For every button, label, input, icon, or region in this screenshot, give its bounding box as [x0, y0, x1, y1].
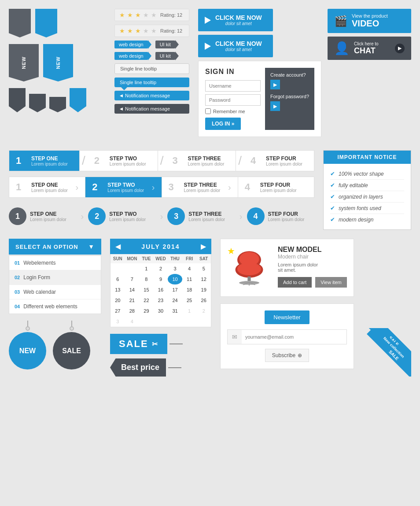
notice-item-4: ✔ system fonts used: [330, 203, 404, 214]
person-icon: 👤: [334, 41, 350, 55]
forgot-password-button[interactable]: ▶: [270, 101, 280, 111]
cal-day-19[interactable]: 19: [196, 284, 211, 295]
select-label: SELECT AN OPTION: [15, 244, 78, 250]
newsletter-title: Newsletter: [265, 310, 309, 324]
view-item-button[interactable]: View item: [315, 277, 346, 288]
notice-text-4: system fonts used: [339, 205, 381, 211]
cal-day-22[interactable]: 22: [139, 295, 154, 306]
drip-row: [9, 88, 106, 112]
cal-day-8[interactable]: 8: [139, 274, 154, 284]
chat-arrow-icon: ▶: [395, 44, 405, 53]
remember-checkbox[interactable]: [205, 108, 211, 114]
email-icon: ✉: [228, 330, 242, 344]
cal-day-29[interactable]: 29: [139, 306, 154, 316]
cal-day-20[interactable]: 20: [111, 295, 125, 306]
cal-day-4[interactable]: 4: [182, 263, 197, 274]
newsletter-input-row: ✉: [227, 329, 347, 344]
tag-row-2: web design UI kit: [114, 52, 189, 60]
notice-text-3: organized in layers: [339, 194, 383, 200]
notice-header: IMPORTANT NOTICE: [324, 151, 411, 164]
password-input[interactable]: [205, 94, 261, 106]
cal-day-11[interactable]: 11: [182, 274, 197, 284]
create-account-button[interactable]: ▶: [270, 80, 280, 89]
username-input[interactable]: [205, 80, 261, 92]
cal-day-27[interactable]: 27: [111, 306, 125, 316]
select-item-4[interactable]: 04 Different web elements: [9, 299, 101, 314]
cal-day-2[interactable]: 2: [154, 263, 168, 274]
product-desc: Lorem ipsum dolorsit amet.: [278, 262, 347, 273]
product-image: ★: [227, 246, 271, 290]
steps-section: 1 STEP ONE Lorem ipsum dolor / 2 STEP TW…: [9, 150, 411, 230]
newsletter-box: Newsletter ✉ Subscribe ⊕: [220, 303, 354, 369]
calendar-prev-button[interactable]: ◀: [115, 242, 121, 251]
calendar-month-label: JULY 2014: [141, 243, 180, 250]
drip-dark-3: [49, 97, 66, 112]
best-price-tag: Best price: [110, 358, 166, 377]
cal-day-28[interactable]: 28: [125, 306, 140, 316]
cal-day-1[interactable]: 1: [139, 263, 154, 274]
cal-day-12[interactable]: 12: [196, 274, 211, 284]
sale-circle-tag: SALE: [53, 332, 90, 369]
bookmark-gray: [9, 9, 31, 37]
check-icon-5: ✔: [330, 216, 335, 223]
bookmark-blue: [35, 9, 57, 37]
new-badge-blue: NEW: [43, 44, 73, 81]
sale-blue-tag: SALE ✂: [110, 334, 167, 354]
sale-tags-section: SALE ✂ Best price: [110, 334, 211, 377]
step-1-v2: 1 STEP ONE Lorem ipsum dolor ›: [9, 177, 85, 197]
play-button-1[interactable]: CLICK ME NOW dolor sit amet: [198, 9, 273, 31]
cal-day-18[interactable]: 18: [182, 284, 197, 295]
cal-day-10[interactable]: 10: [168, 274, 182, 284]
cal-day-16[interactable]: 16: [154, 284, 168, 295]
video-button[interactable]: 🎬 View the product VIDEO: [328, 9, 411, 33]
calendar-column: ◀ JULY 2014 ▶ SUN MON TUE WED THU FRI SA…: [110, 239, 211, 377]
product-title: NEW MODEL: [278, 246, 347, 254]
select-item-1[interactable]: 01 Webelements: [9, 256, 101, 270]
circle-tags-row: NEW SALE: [9, 321, 101, 369]
play-icon-2: [205, 43, 211, 50]
chat-small-text: Click here to: [354, 41, 391, 46]
cal-day-17[interactable]: 17: [168, 284, 182, 295]
cal-day-9[interactable]: 9: [154, 274, 168, 284]
cal-day-26[interactable]: 26: [196, 295, 211, 306]
cal-day-3[interactable]: 3: [168, 263, 182, 274]
step-1-v1: 1 STEP ONE Lorem ipsum dolor: [9, 151, 80, 171]
new-circle-tag: NEW: [9, 332, 46, 369]
cal-day-31[interactable]: 31: [168, 306, 182, 316]
newsletter-email-input[interactable]: [242, 330, 346, 344]
check-icon-4: ✔: [330, 205, 335, 211]
cal-day-15[interactable]: 15: [139, 284, 154, 295]
cal-day-25[interactable]: 25: [182, 295, 197, 306]
check-icon-1: ✔: [330, 170, 335, 177]
video-large-text: VIDEO: [352, 18, 388, 29]
subscribe-button[interactable]: Subscribe ⊕: [265, 349, 309, 362]
steps-row-2: 1 STEP ONE Lorem ipsum dolor › 2 STEP TW…: [9, 177, 314, 198]
chair-image: [229, 248, 269, 288]
tag-row-1: web design UI kit: [114, 41, 189, 48]
film-icon: 🎬: [334, 15, 347, 27]
select-item-2[interactable]: 02 Login Form: [9, 270, 101, 285]
cal-day-23[interactable]: 23: [154, 295, 168, 306]
chat-button[interactable]: 👤 Click here to CHAT ▶: [328, 37, 411, 60]
product-subtitle: Modern chair: [278, 254, 347, 260]
bookmarks-column: NEW NEW: [9, 9, 106, 112]
cal-day-21[interactable]: 21: [125, 295, 140, 306]
cal-day-24[interactable]: 24: [168, 295, 182, 306]
play-btn-1-sublabel: dolor sit amet: [215, 21, 262, 26]
cal-day-7[interactable]: 7: [125, 274, 140, 284]
login-button[interactable]: LOG IN »: [205, 118, 241, 130]
cal-day-30[interactable]: 30: [154, 306, 168, 316]
drip-dark-1: [9, 88, 26, 112]
select-option-button[interactable]: SELECT AN OPTION ▼: [9, 239, 101, 255]
add-to-cart-button[interactable]: Add to cart: [278, 277, 312, 288]
play-button-2[interactable]: CLICK ME NOW dolor sit amet: [198, 35, 273, 57]
select-list: 01 Webelements 02 Login Form 03 Web cale…: [9, 255, 101, 314]
cal-day-13[interactable]: 13: [111, 284, 125, 295]
calendar-next-button[interactable]: ▶: [201, 242, 206, 251]
cal-day-5[interactable]: 5: [196, 263, 211, 274]
cal-day-6[interactable]: 6: [111, 274, 125, 284]
cal-day-14[interactable]: 14: [125, 284, 140, 295]
notice-item-5: ✔ modern design: [330, 214, 404, 225]
select-item-3[interactable]: 03 Web calendar: [9, 285, 101, 299]
sale-ribbons-column: SALE New collection SALE: [363, 239, 411, 377]
